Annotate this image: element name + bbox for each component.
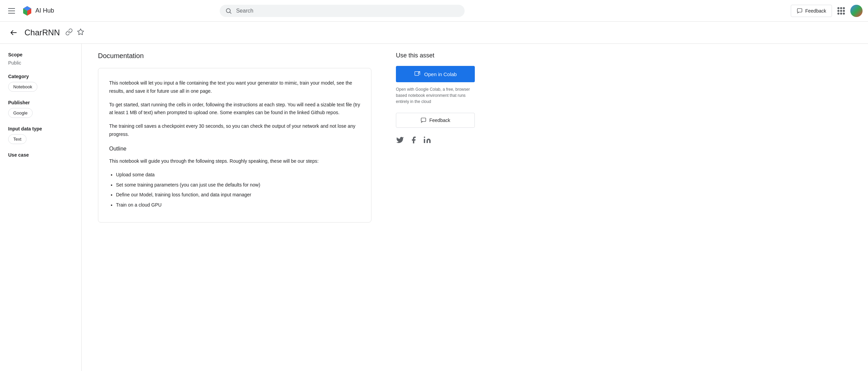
feedback-button[interactable]: Feedback (791, 5, 832, 17)
twitter-icon[interactable] (396, 136, 404, 144)
svg-line-5 (230, 12, 231, 13)
sidebar-scope: Scope Public (8, 52, 73, 66)
doc-paragraph-3: The training cell saves a checkpoint eve… (109, 122, 360, 139)
list-item: Set some training parameters (you can ju… (116, 181, 360, 189)
use-case-label: Use case (8, 152, 73, 158)
panel-feedback-button[interactable]: Feedback (396, 113, 475, 128)
list-item: Define our Model, training loss function… (116, 191, 360, 199)
outline-heading: Outline (109, 144, 360, 153)
feedback-label: Feedback (805, 8, 826, 14)
sidebar-category: Category Notebook (8, 74, 73, 92)
link-icon[interactable] (65, 28, 73, 37)
facebook-icon[interactable] (410, 136, 418, 144)
hamburger-menu-icon[interactable] (5, 5, 18, 16)
scope-value: Public (8, 60, 73, 66)
doc-paragraph-1: This notebook will let you input a file … (109, 79, 360, 95)
open-external-icon (414, 71, 421, 77)
svg-rect-10 (421, 118, 426, 122)
feedback-icon (797, 8, 803, 14)
logo-container: AI Hub (22, 5, 54, 16)
open-colab-button[interactable]: Open in Colab (396, 66, 475, 82)
list-item: Upload some data (116, 171, 360, 179)
sidebar-use-case: Use case (8, 152, 73, 158)
header: AI Hub Feedback (0, 0, 868, 22)
panel-feedback-label: Feedback (429, 118, 450, 123)
back-button[interactable] (8, 27, 19, 38)
panel-feedback-icon (420, 117, 427, 123)
page-actions (65, 28, 84, 37)
apps-grid-icon[interactable] (835, 4, 848, 17)
page-header: CharRNN (0, 22, 868, 44)
main-content: Scope Public Category Notebook Publisher… (0, 44, 868, 371)
scope-label: Scope (8, 52, 73, 57)
back-arrow-icon (10, 29, 18, 37)
star-icon[interactable] (77, 28, 84, 37)
right-panel: Use this asset Open in Colab Open with G… (388, 44, 483, 371)
outline-list: Upload some dataSet some training parame… (109, 171, 360, 209)
search-bar (220, 5, 465, 17)
page-title: CharRNN (24, 28, 60, 37)
header-left: AI Hub (5, 5, 54, 16)
doc-box: This notebook will let you input a file … (98, 68, 371, 223)
svg-point-12 (424, 137, 425, 138)
sidebar-input-data-type: Input data type Text (8, 126, 73, 144)
right-panel-title: Use this asset (396, 52, 475, 59)
sidebar: Scope Public Category Notebook Publisher… (0, 44, 82, 371)
open-colab-label: Open in Colab (424, 71, 457, 77)
publisher-chip[interactable]: Google (8, 108, 33, 118)
publisher-label: Publisher (8, 100, 73, 105)
doc-area: Documentation This notebook will let you… (82, 44, 388, 371)
input-data-type-label: Input data type (8, 126, 73, 131)
sidebar-publisher: Publisher Google (8, 100, 73, 118)
input-data-type-chip[interactable]: Text (8, 134, 27, 144)
app-title: AI Hub (35, 7, 54, 14)
outline-intro: This notebook will guide you through the… (109, 157, 360, 165)
search-icon (225, 7, 232, 14)
aihub-logo-icon (22, 5, 33, 16)
social-share-icons (396, 136, 475, 144)
list-item: Train on a cloud GPU (116, 201, 360, 209)
header-right: Feedback (791, 4, 863, 17)
colab-description: Open with Google Colab, a free, browser … (396, 86, 475, 105)
category-label: Category (8, 74, 73, 79)
search-container (220, 5, 465, 17)
search-input[interactable] (236, 8, 459, 14)
linkedin-icon[interactable] (423, 136, 431, 144)
doc-paragraph-2: To get started, start running the cells … (109, 101, 360, 117)
svg-rect-6 (797, 8, 802, 12)
category-chip[interactable]: Notebook (8, 82, 37, 92)
user-avatar[interactable] (850, 5, 863, 17)
doc-title: Documentation (98, 52, 371, 60)
